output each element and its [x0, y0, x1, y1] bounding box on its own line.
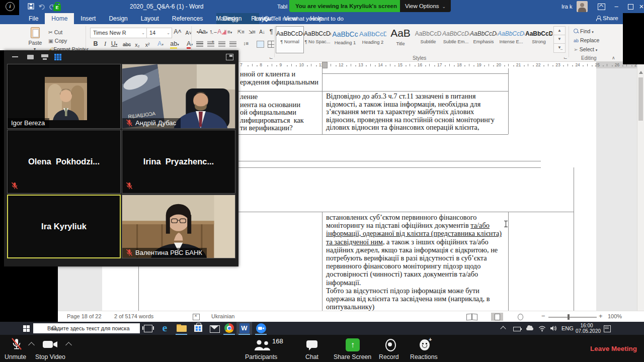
subscript-icon[interactable]: x₂	[133, 40, 142, 49]
participant-tile[interactable]: Igor Bereza	[7, 64, 121, 129]
stop-video-button[interactable]: Stop Video	[35, 353, 65, 360]
reactions-icon[interactable]	[420, 339, 430, 350]
sort-icon[interactable]: A↓	[258, 28, 267, 37]
language-indicator[interactable]: Ukrainian	[211, 313, 234, 319]
style-card[interactable]: AaBbCcDd¶ Normal	[276, 26, 304, 53]
tab-home[interactable]: Home	[45, 13, 74, 24]
start-button[interactable]	[23, 325, 30, 332]
align-center-icon[interactable]	[207, 41, 214, 47]
gallery-view-icon[interactable]	[54, 54, 61, 60]
bold-icon[interactable]: B	[91, 39, 100, 48]
participant-tile[interactable]: Olena Pokhodzi...	[7, 130, 121, 194]
unmute-button[interactable]: Unmute	[5, 353, 26, 360]
zoom-in-icon[interactable]: +	[599, 312, 603, 320]
taskbar-app-word[interactable]: W	[236, 322, 252, 335]
strikethrough-icon[interactable]: abc	[122, 40, 131, 49]
close-button[interactable]: ×	[635, 0, 644, 13]
account-name[interactable]: Ira k	[561, 4, 572, 10]
share-screen-icon[interactable]: ↑	[346, 338, 360, 351]
stop-video-icon[interactable]	[42, 340, 58, 349]
cut-button[interactable]: ✂ Cut	[48, 29, 62, 36]
participant-tile[interactable]: Irina Pryazhenc...	[122, 130, 235, 194]
speaker-icon[interactable]	[550, 325, 557, 331]
style-card[interactable]: AaBbCcDdSubtle Em...	[442, 26, 470, 53]
styles-more-icon[interactable]: ▼̲	[553, 43, 566, 53]
participants-icon[interactable]	[254, 339, 272, 351]
replace-button[interactable]: ab Replace	[574, 37, 599, 45]
onedrive-icon[interactable]	[526, 327, 533, 330]
read-mode-icon[interactable]	[466, 313, 478, 321]
minimized-view-icon[interactable]	[27, 55, 34, 59]
shrink-font-icon[interactable]: A˅	[184, 28, 193, 37]
zoom-out-icon[interactable]: −	[541, 312, 545, 320]
share-button[interactable]: Share	[596, 15, 618, 21]
grow-font-icon[interactable]: A˄	[173, 27, 182, 36]
superscript-icon[interactable]: x²	[143, 40, 152, 49]
borders-icon[interactable]	[268, 41, 275, 48]
share-screen-button[interactable]: Share Screen	[334, 353, 371, 360]
italic-icon[interactable]: I	[101, 39, 110, 48]
task-view-button[interactable]	[144, 325, 152, 332]
account-avatar[interactable]	[577, 1, 588, 12]
taskbar-app-explorer[interactable]	[174, 322, 189, 335]
zoom-percent[interactable]: 100%	[608, 313, 622, 319]
font-size-combo[interactable]: 14⌄	[146, 28, 172, 38]
zoom-slider[interactable]	[548, 317, 597, 318]
styles-dialog-launcher-icon[interactable]: ⌙	[564, 55, 568, 60]
language-button[interactable]: ENG	[561, 325, 574, 331]
tab-references[interactable]: References	[166, 13, 209, 24]
taskbar-search-input[interactable]: Введите здесь текст для поиска	[33, 323, 140, 333]
unmute-mic-icon[interactable]	[11, 338, 22, 351]
wifi-icon[interactable]	[538, 325, 546, 332]
action-center-icon[interactable]	[604, 325, 611, 332]
text-effects-icon[interactable]: A▾	[156, 39, 165, 49]
style-card[interactable]: AaBbCcDdStrong	[525, 26, 553, 53]
video-options-chevron[interactable]	[65, 342, 72, 348]
leave-meeting-button[interactable]: Leave Meeting	[590, 345, 637, 352]
taskbar-app-chrome[interactable]	[221, 322, 237, 335]
tab-file[interactable]: File	[22, 13, 45, 24]
tab-design[interactable]: Design	[102, 13, 134, 24]
vertical-scrollbar[interactable]	[637, 68, 644, 311]
align-left-icon[interactable]	[196, 41, 203, 47]
reactions-button[interactable]: Reactions	[410, 353, 438, 360]
print-layout-icon[interactable]	[491, 313, 503, 321]
proofing-errors-icon[interactable]	[193, 314, 200, 320]
word-count[interactable]: 2 of 5174 words	[114, 313, 153, 319]
chat-icon[interactable]	[306, 340, 319, 351]
style-card[interactable]: AaBbCcDSubtitle	[414, 26, 442, 53]
ribbon-display-options-icon[interactable]	[598, 4, 605, 10]
decrease-indent-icon[interactable]: ⇱≡	[236, 28, 246, 37]
record-button[interactable]: Record	[379, 353, 399, 360]
justify-icon[interactable]	[229, 41, 236, 47]
taskbar-app-mail[interactable]	[207, 322, 222, 335]
panel-minimize-icon[interactable]	[12, 56, 18, 57]
style-card[interactable]: AaBbCcDHeading 2	[359, 26, 387, 53]
participants-button[interactable]: Participants	[245, 353, 277, 360]
style-card[interactable]: AaBbCcDdEmphasis	[469, 26, 498, 53]
select-button[interactable]: ➢ Select ▾	[574, 46, 597, 54]
chat-button[interactable]: Chat	[305, 353, 318, 360]
participant-tile[interactable]: Валентина РВС БАНК	[122, 195, 235, 258]
tab-layout[interactable]: Layout	[134, 13, 166, 24]
collapse-ribbon-icon[interactable]: ∧	[612, 55, 615, 60]
participant-tile[interactable]: АСОЦІАЦІЯ Андрій Дубас	[122, 64, 235, 129]
participant-tile[interactable]: Ira Kyryliuk	[7, 195, 121, 258]
minimize-button[interactable]: –	[610, 0, 623, 13]
battery-icon[interactable]	[513, 327, 521, 331]
highlight-color-icon[interactable]: ab▾	[170, 39, 179, 49]
font-color-icon[interactable]: A▾	[185, 39, 194, 49]
style-card[interactable]: AaBTitle	[386, 26, 415, 53]
contextual-tab-design[interactable]: Design	[216, 13, 248, 24]
align-right-icon[interactable]	[218, 41, 225, 47]
meeting-info-icon[interactable]: i	[6, 2, 15, 11]
paragraph-dialog-launcher-icon[interactable]: ⌙	[269, 55, 273, 60]
page-indicator[interactable]: Page 18 of 22	[67, 313, 102, 319]
multilevel-list-icon[interactable]: ⋮≡▾	[222, 28, 231, 37]
speaker-view-icon[interactable]	[41, 54, 48, 60]
zoom-video-panel[interactable]: Igor Bereza АСОЦІАЦІЯ Андрій ДубасOlena …	[4, 50, 238, 266]
scrollbar-thumb[interactable]	[638, 77, 643, 121]
underline-icon[interactable]: U▾	[110, 39, 119, 49]
tray-expand-icon[interactable]	[500, 326, 506, 331]
pop-in-icon[interactable]	[226, 54, 233, 60]
